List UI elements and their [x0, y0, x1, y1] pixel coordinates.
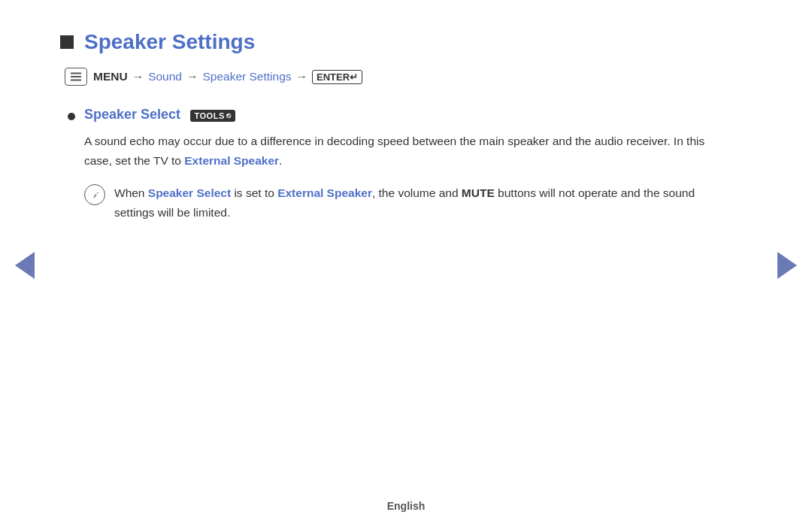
prev-page-button[interactable]: [14, 250, 36, 280]
title-row: Speaker Settings: [60, 30, 752, 54]
bullet-dot-icon: [68, 113, 75, 120]
breadcrumb-sound: Sound: [148, 70, 182, 83]
page-title: Speaker Settings: [84, 30, 255, 54]
title-square-icon: [60, 35, 74, 49]
note-row: 𝒾 When Speaker Select is set to External…: [84, 183, 716, 222]
external-speaker-highlight-note: External Speaker: [277, 186, 372, 199]
svg-rect-2: [71, 80, 81, 81]
note-icon: 𝒾: [84, 184, 105, 205]
description-part2: .: [279, 154, 282, 167]
speaker-select-highlight-note: Speaker Select: [148, 186, 231, 199]
note-part2: is set to: [231, 186, 277, 199]
menu-icon: [65, 68, 87, 86]
mute-keyword: MUTE: [462, 186, 495, 199]
speaker-select-row: Speaker Select TOOLS ⎋: [68, 107, 752, 123]
breadcrumb-arrow-1: →: [132, 70, 144, 83]
note-text: When Speaker Select is set to External S…: [114, 183, 716, 222]
breadcrumb-menu: MENU: [93, 70, 128, 83]
enter-icon: ENTER↵: [312, 70, 362, 84]
speaker-select-label-group: Speaker Select TOOLS ⎋: [84, 107, 235, 123]
note-part3: , the volume and: [372, 186, 462, 199]
speaker-select-label: Speaker Select: [84, 107, 180, 122]
page-container: Speaker Settings MENU → Sound → Speaker …: [0, 0, 812, 530]
breadcrumb: MENU → Sound → Speaker Settings → ENTER↵: [65, 68, 752, 86]
note-part1: When: [114, 186, 148, 199]
tools-badge: TOOLS ⎋: [190, 110, 236, 122]
right-arrow-icon: [777, 252, 797, 279]
footer: English: [0, 500, 812, 512]
next-page-button[interactable]: [776, 250, 798, 280]
left-arrow-icon: [15, 252, 35, 279]
svg-rect-1: [71, 76, 81, 77]
breadcrumb-arrow-2: →: [186, 70, 198, 83]
breadcrumb-arrow-3: →: [296, 70, 308, 83]
svg-rect-0: [71, 73, 81, 74]
language-label: English: [387, 500, 426, 512]
content-section: Speaker Select TOOLS ⎋ A sound echo may …: [68, 107, 752, 222]
tools-icon: ⎋: [226, 111, 232, 120]
breadcrumb-speaker-settings: Speaker Settings: [202, 70, 291, 83]
external-speaker-highlight-1: External Speaker: [184, 154, 279, 167]
description-paragraph: A sound echo may occur due to a differen…: [84, 132, 716, 170]
description-part1: A sound echo may occur due to a differen…: [84, 135, 704, 167]
